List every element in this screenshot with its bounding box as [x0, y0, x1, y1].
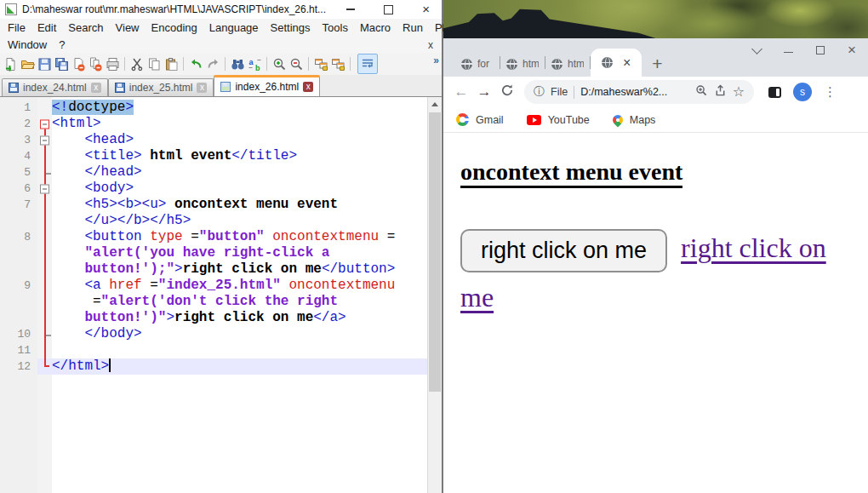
close-icon[interactable]: ×	[848, 46, 856, 54]
forward-icon[interactable]: →	[475, 83, 494, 100]
code-text[interactable]: <body>	[52, 181, 427, 197]
browser-tab[interactable]: htm	[545, 51, 590, 77]
fold-margin[interactable]	[37, 132, 52, 148]
code-row[interactable]: 9 <a href ="index_25.html" oncontextmenu	[0, 278, 427, 294]
zoom-indicator-icon[interactable]	[695, 84, 708, 100]
code-text[interactable]: <!doctype>	[52, 100, 427, 116]
browser-tab-active[interactable]: ×	[591, 49, 642, 77]
code-row[interactable]: ="alert('don't click the right	[0, 294, 427, 310]
menu-settings[interactable]: Settings	[265, 21, 317, 34]
zoom-out-icon[interactable]	[288, 56, 304, 72]
code-text[interactable]	[52, 342, 427, 358]
editor-scrollbar[interactable]	[427, 97, 442, 493]
tab-close-icon[interactable]: x	[197, 83, 207, 93]
code-row[interactable]: 2<html>	[0, 116, 427, 132]
fold-collapse-icon[interactable]	[40, 119, 49, 129]
bookmark-maps[interactable]: Maps	[613, 114, 656, 126]
menu-view[interactable]: View	[110, 21, 146, 34]
code-row[interactable]: "alert('you have right-click a	[0, 245, 427, 261]
close-file-icon[interactable]	[71, 56, 86, 72]
new-file-icon[interactable]	[3, 56, 18, 72]
code-text[interactable]: ="alert('don't click the right	[52, 294, 427, 310]
fold-collapse-icon[interactable]	[40, 184, 49, 193]
code-row[interactable]: 8 <button type ="button" oncontextmenu =	[0, 229, 427, 245]
fold-margin[interactable]	[37, 181, 52, 197]
code-text[interactable]: <html>	[52, 116, 427, 132]
menu-tools[interactable]: Tools	[317, 21, 354, 34]
bookmark-youtube[interactable]: YouTube	[527, 114, 590, 126]
replace-icon[interactable]: ab	[247, 56, 262, 72]
code-row[interactable]: 11	[0, 342, 427, 358]
url-text[interactable]: D:/maheswar%2...	[580, 86, 689, 98]
code-row[interactable]: 4 <title> html event</title>	[0, 148, 427, 164]
code-text[interactable]: button!')">right click on me</a>	[52, 310, 427, 326]
reload-icon[interactable]	[498, 83, 517, 101]
doc-tab-index_26.html[interactable]: index_26.htmlx	[214, 75, 320, 96]
code-row[interactable]: 6 <body>	[0, 181, 427, 197]
code-text[interactable]: <button type ="button" oncontextmenu =	[52, 229, 427, 245]
zoom-in-icon[interactable]	[271, 56, 287, 72]
code-text[interactable]: </u></b></h5>	[52, 213, 427, 229]
code-row[interactable]: 3 <head>	[0, 132, 427, 148]
redo-icon[interactable]	[205, 56, 220, 72]
info-icon[interactable]: ⓘ	[534, 84, 545, 100]
sync-scroll-horizontal-icon[interactable]	[330, 56, 345, 72]
code-text[interactable]: button!');">right click on me</button>	[52, 261, 427, 278]
fold-margin[interactable]	[37, 342, 52, 358]
code-text[interactable]: </head>	[52, 164, 427, 181]
code-row[interactable]: </u></b></h5>	[0, 213, 427, 229]
find-icon[interactable]	[230, 56, 245, 72]
profile-avatar[interactable]: s	[793, 83, 812, 101]
menu-macro[interactable]: Macro	[354, 21, 397, 34]
tab-close-icon[interactable]: x	[303, 82, 313, 92]
word-wrap-icon[interactable]	[357, 54, 378, 74]
tab-close-icon[interactable]: x	[91, 83, 101, 93]
menu-language[interactable]: Language	[203, 21, 265, 34]
fold-margin[interactable]	[37, 100, 52, 116]
minimize-icon[interactable]	[346, 9, 355, 10]
close-icon[interactable]: ×	[422, 4, 430, 14]
menu-help[interactable]: ?	[53, 38, 71, 51]
doc-tab-index_24.html[interactable]: index_24.htmlx	[2, 78, 108, 96]
bookmark-gmail[interactable]: Gmail	[456, 113, 504, 126]
code-text[interactable]: "alert('you have right-click a	[52, 245, 427, 261]
back-icon[interactable]: ←	[452, 83, 471, 100]
fold-collapse-icon[interactable]	[40, 135, 49, 145]
cut-icon[interactable]	[129, 56, 145, 72]
toolbar-overflow-icon[interactable]: »	[433, 54, 437, 66]
code-text[interactable]: <title> html event</title>	[52, 148, 427, 164]
fold-margin[interactable]	[37, 278, 52, 294]
maximize-icon[interactable]	[816, 46, 825, 54]
fold-margin[interactable]	[37, 164, 52, 181]
menu-window[interactable]: Window	[2, 38, 53, 51]
editor[interactable]: 1<!doctype>2<html>3 <head>4 <title> html…	[0, 96, 442, 493]
scrollbar-thumb[interactable]	[429, 112, 441, 392]
menu-encoding[interactable]: Encoding	[146, 21, 203, 34]
fold-margin[interactable]	[37, 213, 52, 229]
browser-tab[interactable]: for	[455, 51, 500, 77]
code-text[interactable]: <a href ="index_25.html" oncontextmenu	[52, 278, 427, 294]
copy-icon[interactable]	[146, 56, 162, 72]
scroll-up-icon[interactable]	[431, 102, 438, 106]
fold-margin[interactable]	[37, 148, 52, 164]
doc-close-icon[interactable]: x	[428, 39, 433, 51]
chevron-down-icon[interactable]	[751, 43, 762, 54]
paste-icon[interactable]	[163, 56, 179, 72]
address-bar[interactable]: ⓘ File D:/maheswar%2... ☆	[524, 80, 754, 104]
code-text[interactable]: </html>	[52, 358, 427, 375]
menu-run[interactable]: Run	[397, 21, 429, 34]
code-area[interactable]: 1<!doctype>2<html>3 <head>4 <title> html…	[0, 97, 427, 493]
code-row[interactable]: button!')">right click on me</a>	[0, 310, 427, 326]
fold-margin[interactable]	[37, 197, 52, 213]
fold-margin[interactable]	[37, 326, 52, 342]
menu-file[interactable]: File	[2, 21, 31, 34]
new-tab-icon[interactable]: +	[652, 56, 662, 72]
side-panel-icon[interactable]	[768, 87, 781, 98]
code-row[interactable]: 5 </head>	[0, 164, 427, 181]
fold-margin[interactable]	[37, 245, 52, 261]
undo-icon[interactable]	[188, 56, 203, 72]
code-row[interactable]: 7 <h5><b><u> oncontext menu event	[0, 197, 427, 213]
bookmark-star-icon[interactable]: ☆	[733, 86, 745, 98]
code-row[interactable]: 12</html>	[0, 358, 427, 375]
right-click-button[interactable]: right click on me	[460, 229, 667, 272]
